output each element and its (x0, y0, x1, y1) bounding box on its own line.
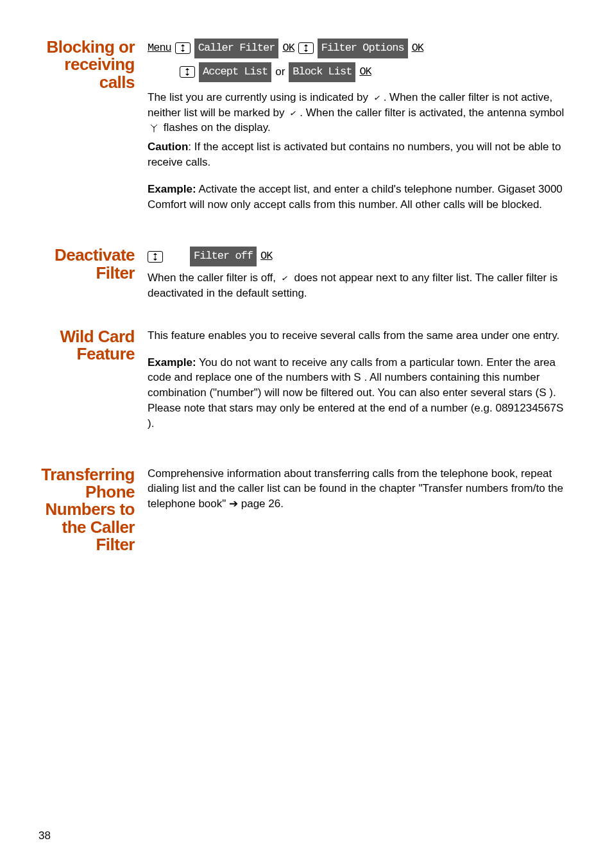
side-heading-container: Wild Card Feature (32, 328, 148, 363)
page-number: 38 (38, 829, 51, 842)
para-transferring: Comprehensive information about transfer… (148, 466, 567, 512)
example-block-2: Example: You do not want to receive any … (148, 355, 567, 431)
ok-label: OK (282, 39, 294, 58)
wildcard-intro: This feature enables you to receive seve… (148, 328, 567, 343)
updown-icon (175, 42, 191, 54)
antenna-icon (150, 121, 158, 134)
updown-icon (180, 66, 195, 78)
caution-text: : If the accept list is activated but co… (148, 141, 561, 168)
section-transferring: Transferring Phone Numbers to the Caller… (32, 466, 580, 553)
heading-wildcard: Wild Card Feature (32, 328, 135, 363)
or-text: or (275, 63, 285, 82)
text: The list you are currently using is indi… (148, 91, 371, 103)
caution-label: Caution (148, 141, 188, 153)
updown-icon (298, 42, 314, 54)
heading-transferring: Transferring Phone Numbers to the Caller… (32, 466, 135, 553)
seg-accept-list: Accept List (199, 62, 271, 82)
updown-icon (148, 251, 163, 263)
star-icon: S (539, 386, 546, 399)
side-heading-container: Deactivate Filter (32, 247, 148, 282)
seg-block-list: Block List (289, 62, 355, 82)
section-blocking: Blocking or receiving calls Menu Caller … (32, 39, 580, 212)
seg-caller-filter: Caller Filter (194, 39, 279, 58)
seg-filter-options: Filter Options (318, 39, 408, 58)
side-heading-container: Transferring Phone Numbers to the Caller… (32, 466, 148, 553)
ok-label: OK (359, 63, 371, 82)
example-block-1: Example: Activate the accept list, and e… (148, 182, 567, 213)
svg-line-1 (151, 125, 154, 128)
example-label: Example: (148, 183, 196, 195)
example-text: Activate the accept list, and enter a ch… (148, 183, 563, 211)
content-deactivate: Filter off OK When the caller filter is … (148, 247, 580, 300)
check-icon: ✓ (373, 92, 382, 105)
heading-blocking: Blocking or receiving calls (32, 39, 135, 91)
section-wildcard: Wild Card Feature This feature enables y… (32, 328, 580, 431)
content-wildcard: This feature enables you to receive seve… (148, 328, 580, 431)
section-deactivate: Deactivate Filter Filter off OK When the… (32, 247, 580, 300)
nav-line-2: Accept List or Block List OK (148, 62, 567, 82)
content-blocking: Menu Caller Filter OK Filter Options OK … (148, 39, 580, 212)
side-heading-container: Blocking or receiving calls (32, 39, 148, 91)
ok-label: OK (412, 39, 423, 58)
check-icon: ✓ (289, 107, 298, 120)
text: flashes on the display. (160, 121, 271, 134)
para-deactivate: When the caller filter is off, ✓ does no… (148, 270, 567, 301)
star-icon: S (556, 402, 563, 414)
star-icon: S (353, 371, 361, 383)
nav-line-3: Filter off OK (148, 247, 567, 266)
svg-line-2 (154, 125, 157, 128)
caution-block: Caution: If the accept list is activated… (148, 139, 567, 170)
text: When the caller filter is off, (148, 272, 279, 284)
menu-label: Menu (148, 39, 171, 58)
text: . When the caller filter is activated, t… (300, 107, 564, 119)
seg-filter-off: Filter off (190, 247, 257, 266)
ok-label: OK (260, 247, 272, 266)
example-label: Example: (148, 356, 196, 369)
check-icon: ✓ (280, 272, 289, 285)
nav-line-1: Menu Caller Filter OK Filter Options OK (148, 39, 567, 58)
text: ). (148, 417, 154, 430)
para-filter-status: The list you are currently using is indi… (148, 90, 567, 135)
heading-deactivate: Deactivate Filter (32, 247, 135, 282)
content-transferring: Comprehensive information about transfer… (148, 466, 580, 512)
